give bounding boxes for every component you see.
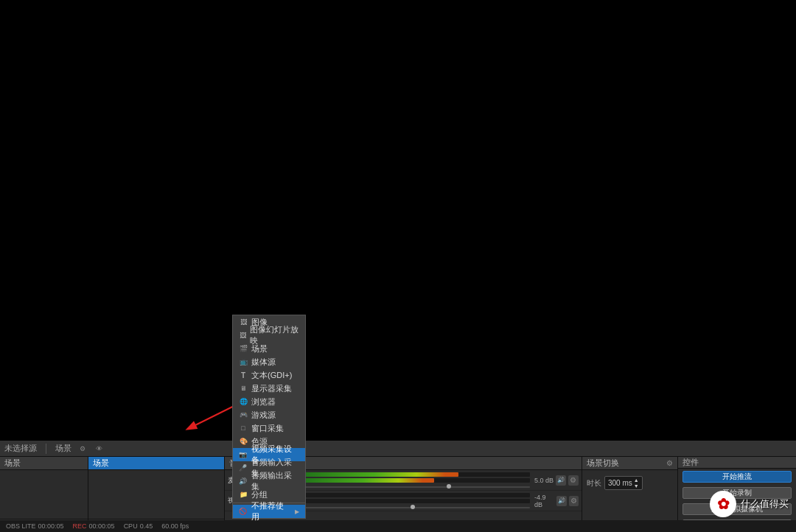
audio-output-icon: 🔊 <box>239 477 248 486</box>
menu-label-group: 分组 <box>251 489 268 500</box>
duration-label: 时长 <box>587 478 601 489</box>
scene-icon: 🎬 <box>239 344 248 353</box>
preview-area <box>0 0 796 441</box>
menu-label-media: 媒体源 <box>251 357 276 368</box>
cpu-label: CPU <box>124 522 138 530</box>
start-stream-button[interactable]: 开始推流 <box>682 471 792 483</box>
transitions-title: 场景切换 <box>587 458 619 469</box>
watermark: ✿ 什么值得买 <box>710 491 789 517</box>
eye-button[interactable]: 👁 <box>94 444 105 453</box>
media-icon: 📺 <box>239 357 248 366</box>
color-icon: 🎨 <box>239 437 248 446</box>
menu-item-slideshow[interactable]: 🖼 图像幻灯片放映 <box>233 329 305 342</box>
obs-label: OBS LITE <box>6 522 36 530</box>
menu-item-monitor[interactable]: 🖥 显示器采集 <box>233 382 305 395</box>
watermark-circle: ✿ <box>710 491 736 517</box>
controls-title: 控件 <box>682 457 699 468</box>
browser-icon: 🌐 <box>239 397 248 406</box>
monitor-icon: 🖥 <box>239 384 248 393</box>
sources-content <box>88 470 224 519</box>
scenes-header: 场景 <box>0 457 88 470</box>
context-menu: 🖼 图像 🖼 图像幻灯片放映 🎬 场景 📺 媒体源 T 文本(GDI+) 🖥 <box>232 315 306 519</box>
settings-btn-1[interactable]: ⚙ <box>568 475 579 486</box>
deprecated-icon: 🚫 <box>239 507 248 516</box>
menu-item-text[interactable]: T 文本(GDI+) <box>233 368 305 382</box>
cpu-status: CPU 0.45 <box>124 522 153 530</box>
obs-time: 00:00:05 <box>38 522 64 530</box>
fps-val: 60.00 fps <box>161 522 189 530</box>
mute-btn-1[interactable]: 🔊 <box>556 475 566 486</box>
transitions-header: 场景切换 ⚙ <box>582 457 677 470</box>
controls-header: 控件 <box>678 457 796 469</box>
transitions-gear[interactable]: ⚙ <box>666 459 673 467</box>
arrow-overlay <box>0 0 796 441</box>
dur-up[interactable]: ▲ <box>634 477 639 483</box>
game-icon: 🎮 <box>239 410 248 419</box>
rec-status: REC 00:00:05 <box>73 522 115 530</box>
menu-label-monitor: 显示器采集 <box>251 383 292 394</box>
image-icon: 🖼 <box>239 318 248 326</box>
menu-label-window: 窗口采集 <box>251 423 284 434</box>
fps-status: 60.00 fps <box>161 522 189 530</box>
mute-btn-2[interactable]: 🔊 <box>556 496 566 506</box>
submenu-arrow: ▶ <box>295 508 299 515</box>
track-vol-2: -4.9 dB <box>534 494 554 508</box>
group-icon: 📁 <box>239 490 248 499</box>
status-bar: OBS LITE 00:00:05 REC 00:00:05 CPU 0.45 … <box>0 520 796 532</box>
track-vol-1: 5.0 dB <box>534 477 554 484</box>
obs-status: OBS LITE 00:00:05 <box>6 522 64 530</box>
scenes-content <box>0 470 88 519</box>
menu-label-scene: 场景 <box>251 343 268 354</box>
start-stream-label: 开始推流 <box>722 472 752 482</box>
text-icon: T <box>239 371 248 379</box>
scenes-title: 场景 <box>4 458 21 469</box>
menu-item-deprecated[interactable]: 🚫 不推荐使用 ▶ <box>233 505 305 518</box>
rec-time: 00:00:05 <box>89 522 115 530</box>
sources-header: 场景 <box>88 457 224 470</box>
menu-item-window[interactable]: □ 窗口采集 <box>233 421 305 435</box>
audio-input-icon: 🎤 <box>239 463 248 472</box>
menu-label-browser: 浏览器 <box>251 396 276 407</box>
rec-label: REC <box>73 522 87 530</box>
dur-down[interactable]: ▼ <box>634 483 639 489</box>
cpu-val: 0.45 <box>140 522 153 530</box>
settings-btn-2[interactable]: ⚙ <box>569 496 579 506</box>
watermark-text: 什么值得买 <box>741 497 789 511</box>
menu-label-deprecated: 不推荐使用 <box>251 500 291 522</box>
menu-item-browser[interactable]: 🌐 浏览器 <box>233 395 305 408</box>
watermark-symbol: ✿ <box>717 495 730 513</box>
separator <box>46 444 46 454</box>
control-bar: 未选择源 场景 ⚙ 👁 <box>0 441 796 457</box>
gear-button[interactable]: ⚙ <box>77 444 88 453</box>
window-icon: □ <box>239 424 248 433</box>
duration-value: 300 ms <box>608 479 632 487</box>
track-controls-2: -4.9 dB 🔊 ⚙ <box>534 494 579 508</box>
preview-label: 未选择源 <box>4 443 37 454</box>
menu-item-media[interactable]: 📺 媒体源 <box>233 355 305 368</box>
video-capture-icon: 📷 <box>239 450 248 459</box>
menu-label-text: 文本(GDI+) <box>251 370 292 381</box>
sources-title: 场景 <box>93 458 109 469</box>
menu-item-game[interactable]: 🎮 游戏源 <box>233 408 305 421</box>
track-controls-1: 5.0 dB 🔊 ⚙ <box>534 475 579 486</box>
scene-label: 场景 <box>55 443 71 454</box>
slideshow-icon: 🖼 <box>239 331 246 340</box>
menu-label-game: 游戏源 <box>251 410 276 421</box>
menu-item-audio-output[interactable]: 🔊 音频输出采集 <box>233 475 305 488</box>
